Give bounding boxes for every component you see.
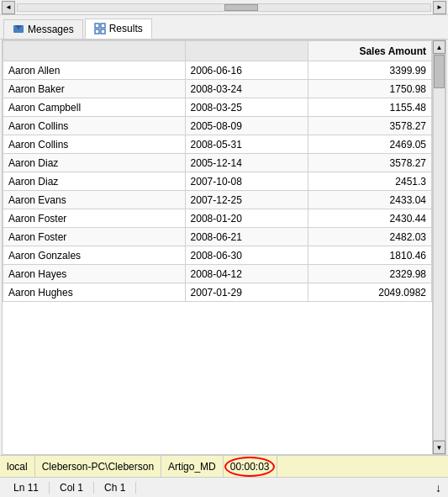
scroll-down-button[interactable]: ▼	[433, 441, 445, 454]
cell-name: Aaron Diaz	[3, 154, 186, 172]
header-amount[interactable]: Sales Amount	[308, 41, 432, 61]
table-row: Aaron Allen2006-06-163399.99	[3, 61, 432, 80]
tab-results[interactable]: Results	[85, 19, 152, 39]
cell-date: 2008-01-20	[185, 209, 308, 228]
cell-date: 2005-12-14	[185, 154, 308, 172]
cell-amount: 3399.99	[308, 61, 432, 80]
col-indicator: Col 1	[50, 482, 94, 494]
cell-amount: 1750.98	[308, 80, 432, 98]
table-row: Aaron Collins2005-08-093578.27	[3, 117, 432, 135]
svg-rect-2	[95, 24, 99, 28]
status-timer: 00:00:03	[224, 456, 277, 477]
tab-messages[interactable]: Messages	[3, 19, 83, 39]
cell-amount: 3578.27	[308, 117, 432, 135]
cell-date: 2007-01-29	[185, 283, 308, 302]
cell-date: 2007-12-25	[185, 191, 308, 209]
header-date	[185, 41, 308, 61]
horizontal-scrollbar[interactable]: ◄ ►	[0, 0, 448, 15]
cell-date: 2008-06-30	[185, 246, 308, 265]
svg-rect-4	[95, 29, 99, 34]
scroll-up-button[interactable]: ▲	[433, 40, 445, 54]
status-server: Cleberson-PC\Cleberson	[35, 456, 161, 477]
ch-indicator: Ch 1	[94, 482, 136, 494]
cell-amount: 1810.46	[308, 246, 432, 265]
scroll-left-button[interactable]: ◄	[2, 1, 15, 14]
tab-results-label: Results	[109, 23, 143, 34]
header-name	[3, 41, 186, 61]
table-row: Aaron Hughes2007-01-292049.0982	[3, 283, 432, 302]
results-panel: Sales Amount Aaron Allen2006-06-163399.9…	[2, 40, 446, 455]
cell-name: Aaron Collins	[3, 135, 186, 154]
data-table: Sales Amount Aaron Allen2006-06-163399.9…	[3, 40, 432, 302]
cell-amount: 2433.04	[308, 191, 432, 209]
cell-amount: 3578.27	[308, 154, 432, 172]
cell-amount: 2451.3	[308, 172, 432, 191]
ln-indicator: Ln 11	[3, 482, 50, 494]
table-row: Aaron Diaz2005-12-143578.27	[3, 154, 432, 172]
cell-date: 2007-10-08	[185, 172, 308, 191]
cell-amount: 2049.0982	[308, 283, 432, 302]
main-window: ◄ ► Messages	[0, 0, 448, 497]
cell-amount: 2482.03	[308, 228, 432, 246]
table-row: Aaron Hayes2008-04-122329.98	[3, 265, 432, 283]
table-row: Aaron Gonzales2008-06-301810.46	[3, 246, 432, 265]
cell-name: Aaron Gonzales	[3, 246, 186, 265]
cell-date: 2008-05-31	[185, 135, 308, 154]
message-icon	[13, 24, 24, 35]
cell-name: Aaron Campbell	[3, 98, 186, 117]
scroll-track-horizontal[interactable]	[17, 3, 431, 12]
cell-amount: 2430.44	[308, 209, 432, 228]
cell-name: Aaron Foster	[3, 209, 186, 228]
table-scroll[interactable]: Sales Amount Aaron Allen2006-06-163399.9…	[3, 40, 432, 454]
cell-name: Aaron Allen	[3, 61, 186, 80]
cell-name: Aaron Hayes	[3, 265, 186, 283]
cell-date: 2008-03-25	[185, 98, 308, 117]
svg-rect-5	[101, 29, 105, 34]
cell-date: 2008-03-24	[185, 80, 308, 98]
table-row: Aaron Foster2008-01-202430.44	[3, 209, 432, 228]
status-local: local	[0, 456, 35, 477]
cell-name: Aaron Hughes	[3, 283, 186, 302]
cell-amount: 2329.98	[308, 265, 432, 283]
cell-name: Aaron Baker	[3, 80, 186, 98]
cell-amount: 2469.05	[308, 135, 432, 154]
table-row: Aaron Campbell2008-03-251155.48	[3, 98, 432, 117]
status-db: Artigo_MD	[161, 456, 224, 477]
table-row: Aaron Foster2008-06-212482.03	[3, 228, 432, 246]
svg-rect-3	[101, 24, 105, 28]
cell-date: 2006-06-16	[185, 61, 308, 80]
scroll-track-vertical[interactable]	[433, 54, 445, 441]
scroll-thumb-horizontal[interactable]	[224, 4, 258, 11]
bottom-bar: Ln 11 Col 1 Ch 1 ↓	[0, 477, 448, 497]
scroll-thumb-vertical[interactable]	[434, 55, 445, 88]
table-row: Aaron Evans2007-12-252433.04	[3, 191, 432, 209]
table-row: Aaron Diaz2007-10-082451.3	[3, 172, 432, 191]
tab-messages-label: Messages	[28, 24, 74, 35]
cell-name: Aaron Evans	[3, 191, 186, 209]
cell-amount: 1155.48	[308, 98, 432, 117]
table-container: Sales Amount Aaron Allen2006-06-163399.9…	[3, 40, 445, 454]
cell-date: 2008-04-12	[185, 265, 308, 283]
cell-name: Aaron Diaz	[3, 172, 186, 191]
status-bar: local Cleberson-PC\Cleberson Artigo_MD 0…	[0, 455, 448, 477]
cell-name: Aaron Collins	[3, 117, 186, 135]
cell-date: 2005-08-09	[185, 117, 308, 135]
cell-name: Aaron Foster	[3, 228, 186, 246]
tab-bar: Messages Results	[0, 15, 448, 40]
scroll-right-button[interactable]: ►	[433, 1, 446, 14]
table-row: Aaron Baker2008-03-241750.98	[3, 80, 432, 98]
cell-date: 2008-06-21	[185, 228, 308, 246]
grid-icon	[94, 23, 106, 34]
down-arrow-icon: ↓	[435, 481, 445, 494]
vertical-scrollbar[interactable]: ▲ ▼	[432, 40, 445, 454]
table-row: Aaron Collins2008-05-312469.05	[3, 135, 432, 154]
